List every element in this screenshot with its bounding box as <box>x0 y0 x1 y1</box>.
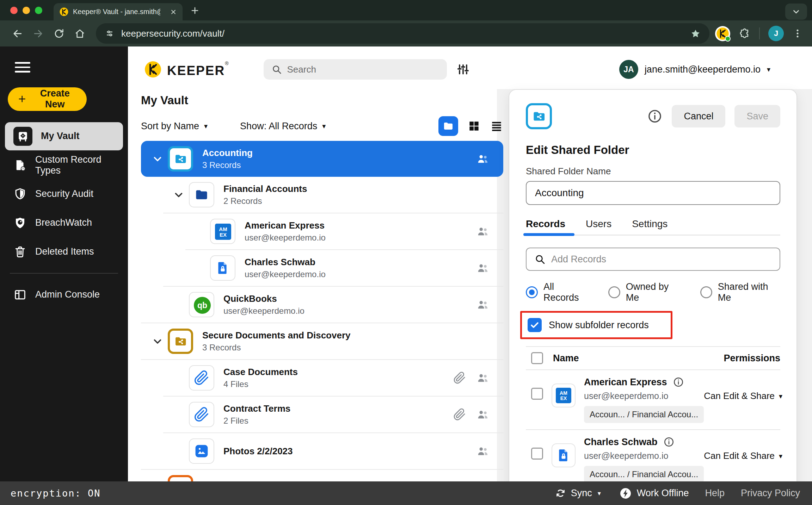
site-info-icon[interactable] <box>104 28 115 39</box>
help-link[interactable]: Help <box>705 488 725 499</box>
account-menu[interactable]: JA jane.smith@keeperdemo.io ▾ <box>619 60 770 79</box>
vault-row-contract-terms[interactable]: Contract Terms2 Files <box>141 397 503 432</box>
save-button[interactable]: Save <box>734 105 780 127</box>
sidebar-item-label: Custom Record Types <box>35 154 115 176</box>
add-records-box <box>526 248 780 271</box>
permission-dropdown[interactable]: Can Edit & Share▾ <box>704 391 782 401</box>
zoom-window-button[interactable] <box>35 7 42 14</box>
hamburger-menu-icon[interactable] <box>15 62 30 73</box>
tab-users[interactable]: Users <box>586 218 611 230</box>
keeper-app: Create New My VaultCustom Record TypesSe… <box>0 46 812 505</box>
chevron-down-icon[interactable] <box>152 335 164 347</box>
show-dropdown[interactable]: Show: All Records▾ <box>240 121 326 132</box>
secure-record-icon <box>210 255 235 281</box>
extensions-puzzle-icon[interactable] <box>739 27 751 39</box>
bookmark-star-icon[interactable] <box>690 28 701 39</box>
attachment-icon <box>453 372 466 384</box>
create-new-button[interactable]: Create New <box>8 87 87 111</box>
vault-row-case-documents[interactable]: Case Documents4 Files <box>141 360 503 396</box>
keeper-extension-icon[interactable] <box>715 26 730 41</box>
filter-icon[interactable] <box>456 62 470 76</box>
sidebar-item-custom-record-types[interactable]: Custom Record Types <box>5 151 123 179</box>
permission-dropdown[interactable]: Can Edit & Share▾ <box>704 450 782 461</box>
vault-row-quickbooks[interactable]: qbQuickBooksuser@keeperdemo.io <box>141 287 503 323</box>
select-all-checkbox[interactable] <box>531 352 543 364</box>
screen: Keeper® Vault - jane.smith@k keepersecur… <box>0 0 812 505</box>
address-bar[interactable]: keepersecurity.com/vault/ <box>96 23 709 44</box>
filter-all-records[interactable]: All Records <box>526 281 589 303</box>
browser-tab[interactable]: Keeper® Vault - jane.smith@k <box>54 3 183 20</box>
sync-button[interactable]: Sync ▾ <box>555 488 601 499</box>
row-title: QuickBooks <box>223 293 304 304</box>
record-checkbox[interactable] <box>531 388 543 400</box>
new-tab-button[interactable] <box>190 6 199 15</box>
active-tab-underline <box>523 233 574 236</box>
row-subtitle: 3 Records <box>202 160 253 170</box>
caret-down-icon: ▾ <box>204 122 208 130</box>
row-text: Photos 2/2/2023 <box>223 446 293 457</box>
tab-settings[interactable]: Settings <box>632 218 668 230</box>
plus-icon <box>18 94 26 104</box>
grid-view-button[interactable] <box>467 119 481 133</box>
sidebar-item-breachwatch[interactable]: BreachWatch <box>5 209 123 237</box>
cancel-button[interactable]: Cancel <box>672 105 725 127</box>
sidebar-item-my-vault[interactable]: My Vault <box>5 122 123 150</box>
folder-name-input[interactable] <box>526 181 780 205</box>
tab-title: Keeper® Vault - jane.smith@k <box>73 8 160 16</box>
filter-owned-by-me[interactable]: Owned by Me <box>608 281 681 303</box>
tab-records[interactable]: Records <box>526 218 565 230</box>
info-icon[interactable] <box>647 108 663 124</box>
folder-view-button[interactable] <box>438 116 458 136</box>
minimize-window-button[interactable] <box>23 7 30 14</box>
panel-record-charles-schwab[interactable]: Charles Schwabuser@keeperdemo.ioAccoun..… <box>526 430 780 489</box>
vault-row-american-express[interactable]: AMEXAmerican Expressuser@keeperdemo.io <box>141 213 503 249</box>
record-checkbox[interactable] <box>531 448 543 460</box>
sidebar-item-deleted-items[interactable]: Deleted Items <box>5 238 123 266</box>
vault-row-accounting[interactable]: Accounting3 Records <box>141 141 503 177</box>
home-button[interactable] <box>74 28 86 39</box>
row-trailing-icons <box>453 408 503 421</box>
record-name: American Express <box>584 376 704 388</box>
vault-row-secure-documents-and-discovery[interactable]: Secure Documents and Discovery3 Records <box>141 323 503 359</box>
chevron-down-icon[interactable] <box>152 153 164 165</box>
sidebar-item-admin-console[interactable]: Admin Console <box>5 281 123 309</box>
info-icon[interactable] <box>663 436 675 448</box>
privacy-policy-link[interactable]: Privacy Policy <box>741 488 800 499</box>
sort-dropdown[interactable]: Sort by Name▾ <box>141 121 208 132</box>
close-window-button[interactable] <box>10 7 18 14</box>
sidebar-item-label: My Vault <box>41 131 80 142</box>
app-header: KEEPER® JA jane.smith@keeperdemo.io ▾ <box>128 46 812 80</box>
list-view-button[interactable] <box>490 119 503 133</box>
vault-row-photos-2-2-2023[interactable]: Photos 2/2/2023 <box>141 433 503 469</box>
sync-icon <box>555 488 566 499</box>
info-icon[interactable] <box>673 376 684 388</box>
vault-row-charles-schwab[interactable]: Charles Schwabuser@keeperdemo.io <box>141 250 503 286</box>
create-new-label: Create New <box>33 88 77 110</box>
browser-menu-icon[interactable] <box>792 28 803 39</box>
tab-close-icon[interactable] <box>170 8 177 15</box>
filter-shared-with-me[interactable]: Shared with Me <box>700 281 780 303</box>
chevron-down-icon[interactable] <box>173 189 185 201</box>
quickbooks-logo-icon: qb <box>189 292 214 317</box>
browser-profile-avatar[interactable]: J <box>768 26 784 41</box>
search-icon <box>534 254 546 265</box>
forward-button[interactable] <box>32 28 44 39</box>
sidebar-item-label: Deleted Items <box>35 246 94 257</box>
back-button[interactable] <box>12 28 23 39</box>
vault-row-financial-accounts[interactable]: Financial Accounts2 Records <box>141 177 503 213</box>
tab-search-button[interactable] <box>785 4 807 20</box>
work-offline-button[interactable]: Work Offline <box>619 487 689 500</box>
sidebar-item-label: Security Audit <box>35 188 93 199</box>
subfolder-checkbox[interactable] <box>528 318 542 332</box>
add-records-input[interactable] <box>526 248 780 271</box>
panel-record-american-express[interactable]: AMEXAmerican Expressuser@keeperdemo.ioAc… <box>526 370 780 429</box>
subfolder-label: Show subfolder records <box>549 320 649 331</box>
reload-button[interactable] <box>53 28 65 39</box>
console-icon <box>13 288 27 301</box>
permission-label: Can Edit & Share <box>704 391 775 401</box>
search-input[interactable] <box>264 59 447 80</box>
recordtypes-icon <box>13 158 27 172</box>
sidebar-item-security-audit[interactable]: Security Audit <box>5 180 123 208</box>
record-email: user@keeperdemo.io <box>584 451 704 461</box>
browser-toolbar: keepersecurity.com/vault/ J <box>0 20 812 46</box>
